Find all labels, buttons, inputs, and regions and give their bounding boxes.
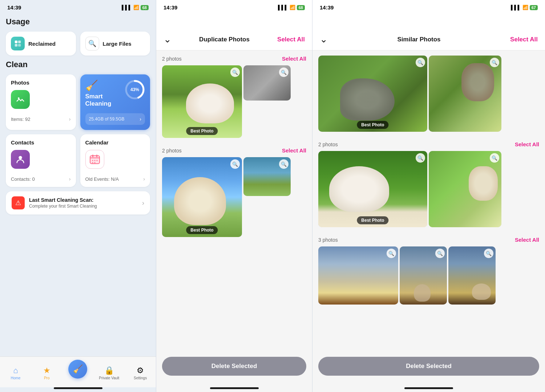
dup-delete-button[interactable]: Delete Selected bbox=[162, 357, 306, 376]
dup-header: ⌄ Duplicate Photos Select All bbox=[156, 13, 312, 50]
dup-group2-select[interactable]: Select All bbox=[282, 147, 306, 154]
reclaimed-label: Reclaimed bbox=[28, 41, 56, 47]
reclaimed-card[interactable]: Reclaimed bbox=[6, 32, 76, 56]
clean-cards-row: Photos Items: 92 › 🧹 SmartCleaning bbox=[6, 74, 150, 130]
sim-select-all-header[interactable]: Select All bbox=[510, 36, 538, 43]
sim-header: ⌄ Similar Photos Select All bbox=[312, 13, 545, 50]
dup-group2-count: 2 photos bbox=[162, 148, 182, 154]
sim-magnify-2b[interactable]: 🔍 bbox=[490, 153, 499, 163]
svg-point-19 bbox=[94, 162, 95, 163]
sim-magnify-3a[interactable]: 🔍 bbox=[387, 249, 396, 258]
svg-rect-4 bbox=[15, 94, 25, 105]
svg-rect-0 bbox=[15, 41, 17, 43]
large-files-label: Large Files bbox=[103, 41, 132, 47]
sim-delete-button[interactable]: Delete Selected bbox=[318, 357, 539, 376]
dup-status-time: 14:39 bbox=[164, 4, 177, 11]
sim-group-3: 3 photos Select All 🔍 🔍 bbox=[312, 232, 545, 309]
status-bar: 14:39 ▌▌▌ 📶 68 bbox=[0, 0, 156, 13]
scan-chevron: › bbox=[142, 199, 144, 207]
last-scan-card[interactable]: ⚠ Last Smart Cleaning Scan: Complete you… bbox=[6, 191, 150, 215]
dup-select-all-header[interactable]: Select All bbox=[277, 36, 305, 43]
storage-text: 25.4GB of 59.5GB bbox=[89, 117, 125, 122]
large-files-card[interactable]: 🔍 Large Files bbox=[80, 32, 150, 56]
sim-best-2: Best Photo bbox=[357, 216, 388, 224]
dup-group1-select[interactable]: Select All bbox=[282, 56, 306, 62]
dup-wifi-icon: 📶 bbox=[290, 5, 295, 10]
sim-cat-photo-2[interactable]: 🔍 bbox=[429, 56, 501, 132]
contacts-icon bbox=[11, 150, 30, 169]
photos-icon bbox=[11, 90, 30, 109]
dup-group1-secondary: 🔍 bbox=[243, 65, 291, 138]
sim-group3-select[interactable]: Select All bbox=[515, 237, 539, 243]
calendar-chevron: › bbox=[143, 176, 145, 182]
status-time: 14:39 bbox=[7, 4, 21, 11]
calendar-title: Calendar bbox=[85, 139, 145, 146]
nav-vault-label: Private Vault bbox=[99, 376, 119, 380]
duplicate-panel: 14:39 ▌▌▌ 📶 68 ⌄ Duplicate Photos Select… bbox=[156, 0, 312, 392]
sim-sunset-3[interactable]: 🔍 bbox=[448, 246, 496, 305]
smart-clean-nav-btn[interactable]: 🧹 bbox=[68, 360, 87, 379]
sim-back-button[interactable]: ⌄ bbox=[320, 34, 328, 45]
scan-subtitle: Complete your first Smart Cleaning bbox=[29, 204, 138, 209]
svg-point-9 bbox=[19, 156, 22, 159]
progress-ring: 43% bbox=[124, 79, 146, 101]
sim-group2-select[interactable]: Select All bbox=[515, 141, 539, 147]
dup-photo-2-main[interactable]: 🔍 Best Photo bbox=[162, 157, 242, 237]
svg-rect-3 bbox=[18, 44, 21, 46]
photos-card[interactable]: Photos Items: 92 › bbox=[6, 74, 76, 130]
battery-icon: 68 bbox=[141, 5, 149, 10]
vault-icon: 🔒 bbox=[104, 366, 114, 375]
sim-dog-photo-1[interactable]: 🔍 Best Photo bbox=[318, 151, 427, 227]
sim-status-time: 14:39 bbox=[320, 4, 334, 11]
magnify-icon-1[interactable]: 🔍 bbox=[230, 68, 240, 77]
sim-group-2: 2 photos Select All 🔍 Best Photo 🔍 bbox=[312, 136, 545, 232]
sim-status-icons: ▌▌▌ 📶 67 bbox=[511, 5, 538, 10]
svg-point-15 bbox=[92, 160, 93, 161]
home-indicator bbox=[54, 387, 102, 389]
dup-photo-groups: 2 photos Select All 🔍 Best Photo 🔍 bbox=[156, 50, 312, 387]
smart-cleaning-footer[interactable]: 25.4GB of 59.5GB › bbox=[85, 113, 145, 125]
dup-photo-1-sec[interactable]: 🔍 bbox=[243, 65, 291, 101]
smart-cleaning-card[interactable]: 🧹 SmartCleaning 43% 25.4GB of 59.5GB › bbox=[80, 74, 150, 130]
nav-vault[interactable]: 🔒 Private Vault bbox=[93, 366, 125, 380]
dup-photo-2-sec[interactable]: 🔍 bbox=[243, 157, 291, 196]
dup-header-title: Duplicate Photos bbox=[199, 36, 250, 43]
magnify-icon-2b[interactable]: 🔍 bbox=[279, 159, 288, 169]
nav-home-label: Home bbox=[11, 376, 21, 380]
photos-items: Items: 92 bbox=[11, 117, 30, 122]
home-panel: 14:39 ▌▌▌ 📶 68 Usage Reclaimed bbox=[0, 0, 156, 392]
sim-magnify-3c[interactable]: 🔍 bbox=[484, 249, 493, 258]
calendar-card[interactable]: Calendar Ol bbox=[80, 134, 150, 187]
contacts-card[interactable]: Contacts Contacts: 0 › bbox=[6, 134, 76, 187]
dup-group2-photos: 🔍 Best Photo 🔍 bbox=[162, 157, 306, 237]
sim-sunset-1[interactable]: 🔍 bbox=[318, 246, 398, 305]
sim-magnify-2a[interactable]: 🔍 bbox=[416, 153, 425, 163]
sim-group3-count: 3 photos bbox=[318, 237, 338, 243]
magnify-icon-2[interactable]: 🔍 bbox=[230, 159, 240, 169]
scan-text: Last Smart Cleaning Scan: Complete your … bbox=[29, 197, 138, 209]
nav-home[interactable]: ⌂ Home bbox=[0, 366, 31, 380]
sim-magnify-1a[interactable]: 🔍 bbox=[416, 58, 425, 67]
magnify-icon-1b[interactable]: 🔍 bbox=[279, 68, 288, 77]
nav-pro[interactable]: ★ Pro bbox=[31, 366, 62, 380]
dup-group1-header: 2 photos Select All bbox=[162, 56, 306, 62]
sim-cat-photo-1[interactable]: 🔍 Best Photo bbox=[318, 56, 427, 132]
dup-back-button[interactable]: ⌄ bbox=[164, 34, 171, 45]
sim-magnify-3b[interactable]: 🔍 bbox=[435, 249, 445, 258]
svg-rect-1 bbox=[18, 41, 21, 43]
calendar-icon bbox=[85, 150, 104, 169]
sim-dog-photo-2[interactable]: 🔍 bbox=[429, 151, 501, 227]
dup-status-bar: 14:39 ▌▌▌ 📶 68 bbox=[156, 0, 312, 13]
nav-center[interactable]: 🧹 bbox=[62, 360, 94, 380]
sim-magnify-1b[interactable]: 🔍 bbox=[490, 58, 499, 67]
sim-group-1: 🔍 Best Photo 🔍 bbox=[312, 50, 545, 136]
nav-settings[interactable]: ⚙ Settings bbox=[125, 366, 156, 380]
settings-icon: ⚙ bbox=[137, 366, 144, 375]
status-icons: ▌▌▌ 📶 68 bbox=[122, 5, 149, 10]
photos-chevron: › bbox=[69, 116, 71, 122]
dup-group-2: 2 photos Select All 🔍 Best Photo 🔍 bbox=[156, 142, 312, 241]
dup-photo-1-main[interactable]: 🔍 Best Photo bbox=[162, 65, 242, 138]
dup-group2-header: 2 photos Select All bbox=[162, 147, 306, 154]
sim-sunset-2[interactable]: 🔍 bbox=[400, 246, 447, 305]
sim-home-indicator bbox=[404, 387, 453, 389]
